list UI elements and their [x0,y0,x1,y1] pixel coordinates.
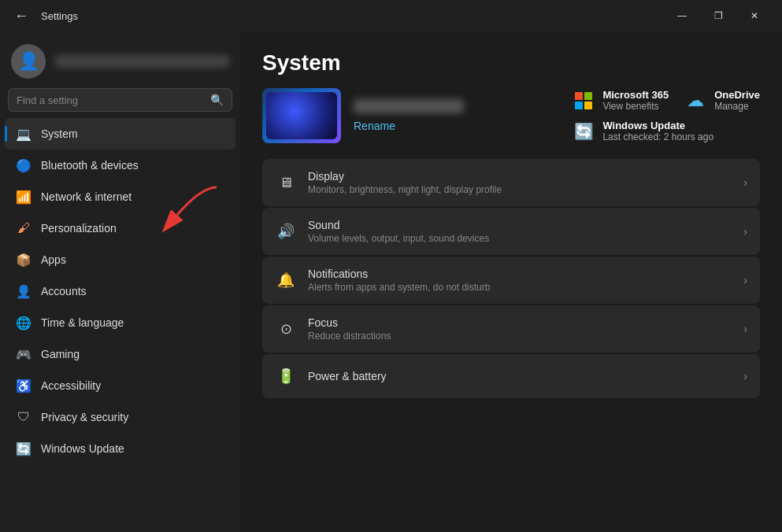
bluetooth-icon: 🔵 [16,157,32,173]
sidebar-item-label: Accessibility [41,379,101,392]
focus-text: Focus Reduce distractions [308,316,732,342]
back-button[interactable]: ← [9,5,33,28]
system-icon: 💻 [16,126,32,142]
onedrive-text: OneDrive Manage [714,89,760,112]
sidebar-item-label: Privacy & security [41,411,128,423]
sidebar-item-label: Windows Update [41,442,124,455]
sidebar-item-label: System [41,127,78,140]
privacy-icon: 🛡 [16,409,32,425]
sidebar-item-privacy[interactable]: 🛡 Privacy & security [5,401,235,433]
ms365-icon [575,92,592,109]
notifications-icon: 🔔 [275,269,297,291]
sidebar-item-bluetooth[interactable]: 🔵 Bluetooth & devices [5,150,235,181]
power-icon: 🔋 [275,365,297,387]
setting-notifications[interactable]: 🔔 Notifications Alerts from apps and sys… [262,257,760,304]
content-area: System Rename Microsoft 365 View benefit… [240,31,782,532]
sidebar-item-accounts[interactable]: 👤 Accounts [5,275,235,307]
close-button[interactable]: ✕ [736,3,773,28]
main-layout: 👤 🔍 💻 System 🔵 Bluetooth & devices 📶 Net… [0,31,782,532]
display-icon: 🖥 [275,172,297,194]
titlebar: ← Settings — ❐ ✕ [0,0,782,31]
info-card-windows_update[interactable]: 🔄 Windows Update Last checked: 2 hours a… [573,120,760,142]
sidebar-nav: 💻 System 🔵 Bluetooth & devices 📶 Network… [0,118,240,464]
avatar: 👤 [11,44,46,79]
info-card-onedrive[interactable]: ☁ OneDrive Manage [684,89,760,112]
right-info: Microsoft 365 View benefits ☁ OneDrive M… [573,89,760,142]
sidebar-item-label: Network & internet [41,190,132,203]
display-chevron: › [743,176,747,189]
ms365-text: Microsoft 365 View benefits [602,89,669,112]
rename-link[interactable]: Rename [354,120,464,132]
sound-icon: 🔊 [275,220,297,242]
notifications-chevron: › [743,274,747,286]
sidebar-item-label: Personalization [41,222,117,235]
device-name-section: Rename [354,99,464,132]
sidebar-item-gaming[interactable]: 🎮 Gaming [5,338,235,370]
page-title: System [262,50,760,76]
titlebar-controls: — ❐ ✕ [664,3,773,28]
windows-update-icon-wrap: 🔄 [573,120,595,142]
sidebar-item-label: Apps [41,253,66,266]
sidebar: 👤 🔍 💻 System 🔵 Bluetooth & devices 📶 Net… [0,31,240,532]
setting-display[interactable]: 🖥 Display Monitors, brightness, night li… [262,159,760,206]
search-input[interactable] [17,94,204,106]
onedrive-icon-wrap: ☁ [684,90,706,112]
sidebar-item-network[interactable]: 📶 Network & internet [5,181,235,212]
accounts-icon: 👤 [16,283,32,299]
sidebar-item-personalization[interactable]: 🖌 Personalization [5,212,235,244]
sound-chevron: › [743,225,747,238]
sidebar-item-system[interactable]: 💻 System [5,118,235,150]
focus-chevron: › [743,323,747,335]
ms365-icon-wrap [573,90,595,112]
search-icon: 🔍 [210,94,224,106]
user-profile: 👤 [0,31,240,88]
time-icon: 🌐 [16,315,32,331]
personalization-icon: 🖌 [16,220,32,236]
sidebar-item-label: Accounts [41,285,87,297]
sidebar-item-time[interactable]: 🌐 Time & language [5,307,235,338]
search-container: 🔍 [0,88,240,118]
sidebar-item-update[interactable]: 🔄 Windows Update [5,433,235,464]
accessibility-icon: ♿ [16,378,32,393]
sound-text: Sound Volume levels, output, input, soun… [308,219,732,244]
windows-update-text: Windows Update Last checked: 2 hours ago [602,120,713,142]
info-card-ms365[interactable]: Microsoft 365 View benefits [573,89,669,112]
top-info: Rename Microsoft 365 View benefits ☁ One… [262,88,760,143]
gaming-icon: 🎮 [16,346,32,362]
settings-list: 🖥 Display Monitors, brightness, night li… [262,159,760,398]
sidebar-item-label: Bluetooth & devices [41,159,139,172]
search-box: 🔍 [8,88,232,112]
device-image [262,88,341,143]
titlebar-left: ← Settings [9,5,78,28]
power-chevron: › [743,370,747,382]
update-icon: 🔄 [16,441,32,456]
network-icon: 📶 [16,189,32,205]
user-icon: 👤 [18,51,39,72]
onedrive-icon: ☁ [687,91,704,111]
device-image-inner [266,92,337,139]
setting-power[interactable]: 🔋 Power & battery › [262,354,760,398]
device-name-blur [354,99,464,113]
windows-update-icon: 🔄 [574,122,594,141]
notifications-text: Notifications Alerts from apps and syste… [308,268,732,293]
power-text: Power & battery [308,370,732,382]
sidebar-item-accessibility[interactable]: ♿ Accessibility [5,370,235,401]
apps-icon: 📦 [16,252,32,268]
minimize-button[interactable]: — [664,3,700,28]
titlebar-title: Settings [41,10,78,22]
display-text: Display Monitors, brightness, night ligh… [308,170,732,195]
setting-focus[interactable]: ⊙ Focus Reduce distractions › [262,305,760,353]
top-cards-row: Microsoft 365 View benefits ☁ OneDrive M… [573,89,760,112]
setting-sound[interactable]: 🔊 Sound Volume levels, output, input, so… [262,208,760,255]
focus-icon: ⊙ [275,318,297,340]
sidebar-item-label: Time & language [41,316,124,329]
username-blur [55,55,229,68]
sidebar-item-apps[interactable]: 📦 Apps [5,244,235,275]
sidebar-item-label: Gaming [41,348,80,360]
maximize-button[interactable]: ❐ [700,3,736,28]
